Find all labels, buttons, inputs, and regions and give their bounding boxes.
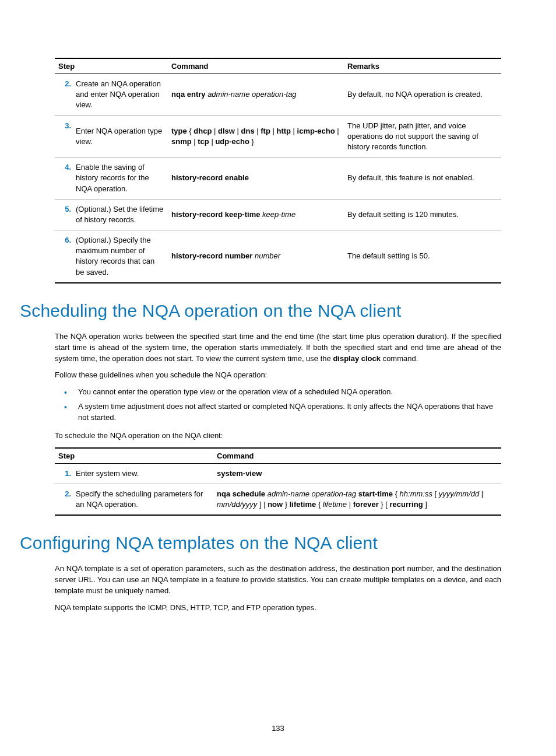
paragraph: To schedule the NQA operation on the NQA… <box>55 430 501 442</box>
step-description: Create an NQA operation and enter NQA op… <box>72 74 168 116</box>
step-number: 3. <box>55 116 72 158</box>
step-command: history-record keep-time keep-time <box>168 199 344 230</box>
step-command: type { dhcp | dlsw | dns | ftp | http | … <box>168 116 344 158</box>
step-number: 6. <box>55 230 72 283</box>
step-description: Specify the scheduling parameters for an… <box>72 484 213 515</box>
heading-scheduling: Scheduling the NQA operation on the NQA … <box>20 301 501 321</box>
table-row: 2. Create an NQA operation and enter NQA… <box>55 74 501 116</box>
schedule-table: Step Command 1. Enter system view. syste… <box>55 447 501 516</box>
col-header-command: Command <box>168 58 344 74</box>
step-number: 5. <box>55 199 72 230</box>
table-row: 2. Specify the scheduling parameters for… <box>55 484 501 515</box>
step-command: system-view <box>213 463 501 484</box>
step-command: nqa schedule admin-name operation-tag st… <box>213 484 501 515</box>
col-header-step: Step <box>55 448 213 464</box>
step-description: (Optional.) Specify the maximum number o… <box>72 230 168 283</box>
table-row: 3. Enter NQA operation type view. type {… <box>55 116 501 158</box>
step-remarks: By default, this feature is not enabled. <box>344 158 501 200</box>
step-command: history-record enable <box>168 158 344 200</box>
paragraph: An NQA template is a set of operation pa… <box>55 564 501 597</box>
paragraph: Follow these guidelines when you schedul… <box>55 370 501 381</box>
table-row: 5. (Optional.) Set the lifetime of histo… <box>55 199 501 230</box>
step-description: Enable the saving of history records for… <box>72 158 168 200</box>
col-header-step: Step <box>55 58 168 74</box>
col-header-command: Command <box>213 448 501 464</box>
table-row: 6. (Optional.) Specify the maximum numbe… <box>55 230 501 283</box>
table-row: 1. Enter system view. system-view <box>55 463 501 484</box>
paragraph: NQA template supports the ICMP, DNS, HTT… <box>55 603 501 614</box>
step-remarks: By default setting is 120 minutes. <box>344 199 501 230</box>
step-command: history-record number number <box>168 230 344 283</box>
step-command: nqa entry admin-name operation-tag <box>168 74 344 116</box>
page-number: 133 <box>0 724 556 733</box>
step-number: 2. <box>55 484 72 515</box>
history-records-table: Step Command Remarks 2. Create an NQA op… <box>55 58 501 284</box>
step-number: 1. <box>55 463 72 484</box>
step-remarks: The UDP jitter, path jitter, and voice o… <box>344 116 501 158</box>
step-description: Enter system view. <box>72 463 213 484</box>
list-item: A system time adjustment does not affect… <box>55 401 501 424</box>
col-header-remarks: Remarks <box>344 58 501 74</box>
step-number: 2. <box>55 74 72 116</box>
step-number: 4. <box>55 158 72 200</box>
list-item: You cannot enter the operation type view… <box>55 387 501 398</box>
paragraph: The NQA operation works between the spec… <box>55 331 501 365</box>
table-row: 4. Enable the saving of history records … <box>55 158 501 200</box>
step-description: (Optional.) Set the lifetime of history … <box>72 199 168 230</box>
step-remarks: The default setting is 50. <box>344 230 501 283</box>
step-remarks: By default, no NQA operation is created. <box>344 74 501 116</box>
guidelines-list: You cannot enter the operation type view… <box>55 387 501 424</box>
step-description: Enter NQA operation type view. <box>72 116 168 158</box>
heading-templates: Configuring NQA templates on the NQA cli… <box>20 533 501 553</box>
document-page: Step Command Remarks 2. Create an NQA op… <box>0 0 556 756</box>
